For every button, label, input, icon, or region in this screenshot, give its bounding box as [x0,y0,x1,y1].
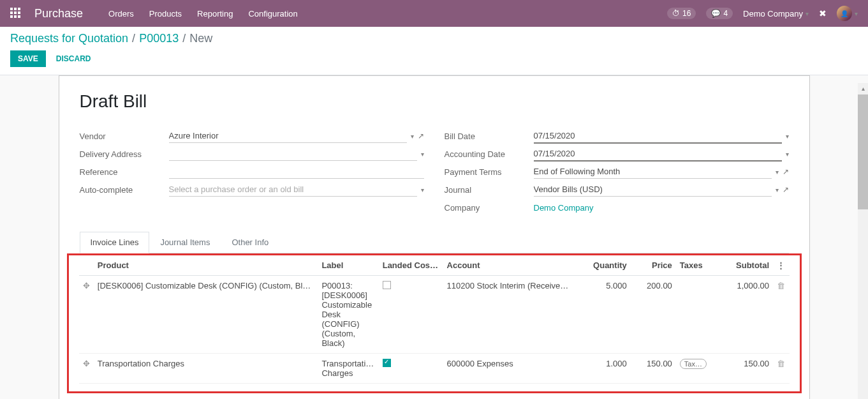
terms-field[interactable] [534,165,772,179]
drag-handle-icon[interactable]: ✥ [83,281,90,290]
delivery-field[interactable] [169,147,417,161]
external-link-icon[interactable]: ↗ [783,167,789,176]
clock-icon [672,9,680,18]
nav-orders[interactable]: Orders [108,9,134,19]
nav-configuration[interactable]: Configuration [248,9,297,19]
chevron-down-icon: ▾ [805,10,809,17]
app-brand: Purchase [34,7,83,20]
cell-price[interactable]: 200.00 [631,276,676,354]
nav-products[interactable]: Products [149,9,182,19]
billdate-field[interactable] [534,129,782,144]
company-link[interactable]: Demo Company [534,203,594,213]
vendor-label: Vendor [80,132,169,141]
discuss-badge[interactable]: 4 [706,8,733,19]
external-link-icon[interactable]: ↗ [783,185,789,194]
breadcrumb-root[interactable]: Requests for Quotation [10,32,128,45]
col-subtotal: Subtotal [715,255,773,276]
col-product: Product [94,255,318,276]
company-label: Company [445,203,534,213]
breadcrumb: Requests for Quotation/P00013/New [10,32,858,45]
chat-icon [711,9,721,18]
scroll-up-icon[interactable]: ▴ [858,83,868,93]
col-taxes: Taxes [676,255,715,276]
chevron-down-icon: ▾ [855,10,858,17]
scrollbar[interactable]: ▴ [858,83,868,399]
reference-field[interactable] [169,165,424,179]
trash-icon[interactable]: 🗑 [777,359,785,368]
invoice-lines-table: Product Label Landed Cos… Account Quanti… [79,255,790,384]
cell-subtotal: 1,000.00 [715,276,773,354]
tab-invoice-lines[interactable]: Invoice Lines [80,232,150,253]
nav-menu: Orders Products Reporting Configuration [108,9,298,19]
reference-label: Reference [80,167,169,177]
save-button[interactable]: SAVE [10,50,46,67]
cell-subtotal: 150.00 [715,354,773,384]
col-landed: Landed Cos… [379,255,443,276]
journal-field[interactable] [534,183,772,197]
acctdate-label: Accounting Date [445,149,534,159]
cell-product[interactable]: [DESK0006] Customizable Desk (CONFIG) (C… [98,281,314,290]
acctdate-field[interactable] [534,147,782,162]
cell-account[interactable]: 600000 Expenses [447,359,575,368]
cell-product[interactable]: Transportation Charges [98,359,314,368]
chevron-down-icon[interactable]: ▾ [421,186,424,193]
cell-taxes[interactable] [676,276,715,354]
invoice-lines-region: Product Label Landed Cos… Account Quanti… [67,253,802,393]
user-menu[interactable]: 👤 ▾ [837,6,858,21]
autocomplete-label: Auto-complete [80,185,169,195]
cell-label[interactable]: Transportati…Charges [318,354,378,384]
breadcrumb-mid[interactable]: P00013 [139,32,179,45]
landed-checkbox[interactable] [383,281,391,289]
cell-account[interactable]: 110200 Stock Interim (Receive… [447,281,575,290]
journal-label: Journal [445,185,534,195]
landed-checkbox[interactable] [383,359,391,367]
autocomplete-field[interactable] [169,183,417,197]
debug-icon[interactable]: ✖ [819,8,827,19]
delivery-label: Delivery Address [80,149,169,159]
activity-badge[interactable]: 16 [667,8,696,19]
nav-reporting[interactable]: Reporting [197,9,233,19]
chevron-down-icon[interactable]: ▾ [786,133,789,140]
column-menu-icon[interactable]: ⋮ [777,260,785,270]
scroll-thumb[interactable] [858,94,868,209]
vendor-field[interactable] [169,129,407,143]
top-navbar: Purchase Orders Products Reporting Confi… [0,0,868,27]
drag-handle-icon[interactable]: ✥ [83,359,90,368]
avatar: 👤 [837,6,852,21]
trash-icon[interactable]: 🗑 [777,281,785,290]
chevron-down-icon[interactable]: ▾ [776,169,779,176]
col-account: Account [443,255,579,276]
tab-other-info[interactable]: Other Info [221,232,279,253]
cell-taxes[interactable]: Tax… [676,354,715,384]
apps-grid-icon[interactable] [10,8,22,19]
form-sheet: Draft Bill Vendor ▾↗ Delivery Address ▾ … [59,75,810,399]
page-title: Draft Bill [80,91,789,112]
company-switcher[interactable]: Demo Company▾ [743,9,809,19]
chevron-down-icon[interactable]: ▾ [786,151,789,158]
external-link-icon[interactable]: ↗ [418,132,424,140]
col-price: Price [631,255,676,276]
terms-label: Payment Terms [445,167,534,177]
chevron-down-icon[interactable]: ▾ [776,186,779,193]
chevron-down-icon[interactable]: ▾ [421,151,424,158]
col-qty: Quantity [579,255,631,276]
cell-qty[interactable]: 1.000 [579,354,631,384]
chevron-down-icon[interactable]: ▾ [411,133,414,140]
tabs: Invoice Lines Journal Items Other Info [80,232,789,253]
breadcrumb-leaf: New [189,32,212,45]
cell-qty[interactable]: 5.000 [579,276,631,354]
discard-button[interactable]: DISCARD [56,54,91,63]
billdate-label: Bill Date [445,132,534,141]
cell-label[interactable]: P00013:[DESK0006]Customizable Desk(CONFI… [318,276,378,354]
col-label: Label [318,255,378,276]
table-row[interactable]: ✥Transportation ChargesTransportati…Char… [79,354,790,384]
table-row[interactable]: ✥[DESK0006] Customizable Desk (CONFIG) (… [79,276,790,354]
cell-price[interactable]: 150.00 [631,354,676,384]
control-panel: Requests for Quotation/P00013/New SAVE D… [0,27,868,75]
tab-journal-items[interactable]: Journal Items [149,232,221,253]
